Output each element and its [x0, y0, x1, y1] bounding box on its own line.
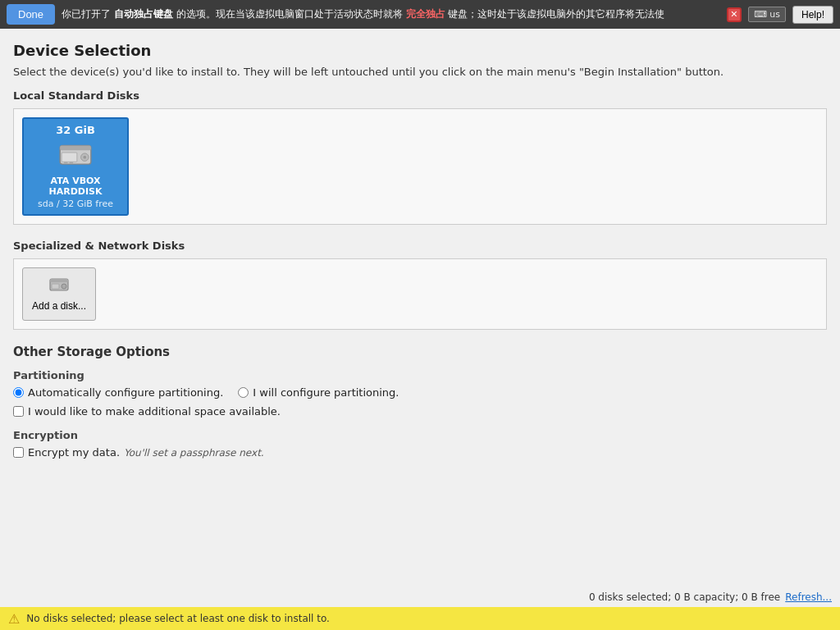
encrypt-label: Encrypt my data.	[28, 446, 120, 459]
additional-space-label: I would like to make additional space av…	[28, 405, 281, 418]
disk-name: ATA VBOX HARDDISK	[29, 176, 122, 197]
add-disk-icon	[49, 276, 69, 297]
local-disk-grid: 32 GiB ATA VBOX HARDDISK sda / 32 GiB fr…	[13, 108, 827, 225]
warning-bar: ⚠ No disks selected; please select at le…	[0, 607, 840, 630]
disk-tile-sda[interactable]: 32 GiB ATA VBOX HARDDISK sda / 32 GiB fr…	[22, 117, 129, 216]
page-title: Device Selection	[13, 42, 827, 59]
done-button[interactable]: Done	[7, 4, 55, 25]
manual-partition-radio[interactable]	[238, 387, 249, 398]
disk-info: sda / 32 GiB free	[38, 199, 113, 209]
keyboard-layout-indicator: ⌨ us	[748, 7, 786, 22]
add-disk-button[interactable]: Add a disk...	[22, 267, 96, 321]
auto-partition-label: Automatically configure partitioning.	[28, 386, 223, 399]
manual-partition-option[interactable]: I will configure partitioning.	[238, 386, 399, 399]
encrypt-checkbox[interactable]	[13, 447, 24, 458]
refresh-link[interactable]: Refresh...	[785, 591, 832, 603]
encryption-label: Encryption	[13, 429, 827, 441]
additional-space-option[interactable]: I would like to make additional space av…	[13, 405, 827, 418]
manual-partition-label: I will configure partitioning.	[253, 386, 399, 399]
specialized-disk-grid: Add a disk...	[13, 258, 827, 330]
main-content: Device Selection Select the device(s) yo…	[0, 29, 840, 581]
status-summary: 0 disks selected; 0 B capacity; 0 B free	[589, 591, 780, 603]
help-button[interactable]: Help!	[792, 6, 833, 24]
svg-rect-8	[50, 279, 68, 282]
other-storage-title: Other Storage Options	[13, 345, 827, 359]
page-subtitle: Select the device(s) you'd like to insta…	[13, 66, 827, 78]
encrypt-hint: You'll set a passphrase next.	[124, 447, 264, 459]
add-disk-label: Add a disk...	[32, 300, 86, 312]
encrypt-option[interactable]: Encrypt my data. You'll set a passphrase…	[13, 446, 827, 459]
svg-rect-6	[69, 162, 73, 163]
partitioning-radio-row: Automatically configure partitioning. I …	[13, 386, 827, 399]
harddisk-icon	[56, 139, 95, 171]
svg-point-4	[83, 156, 86, 159]
top-bar: Done 你已打开了 自动独占键盘 的选项。现在当该虚拟电脑窗口处于活动状态时就…	[0, 0, 840, 29]
warning-message: No disks selected; please select at leas…	[26, 613, 330, 624]
auto-partition-radio[interactable]	[13, 387, 24, 398]
svg-rect-9	[52, 284, 59, 289]
svg-rect-1	[60, 146, 91, 151]
close-button[interactable]: ✕	[727, 7, 742, 22]
disk-size: 32 GiB	[56, 124, 95, 136]
svg-rect-2	[62, 153, 77, 162]
additional-space-checkbox[interactable]	[13, 406, 24, 417]
status-bar: 0 disks selected; 0 B capacity; 0 B free…	[0, 587, 840, 607]
svg-point-10	[62, 284, 66, 289]
warning-icon: ⚠	[8, 611, 20, 627]
specialized-disks-label: Specialized & Network Disks	[13, 240, 827, 252]
keyboard-icon: ⌨	[754, 9, 767, 20]
partitioning-label: Partitioning	[13, 369, 827, 381]
auto-partition-option[interactable]: Automatically configure partitioning.	[13, 386, 223, 399]
notification-text: 你已打开了 自动独占键盘 的选项。现在当该虚拟电脑窗口处于活动状态时就将 完全独…	[62, 8, 720, 21]
local-disks-label: Local Standard Disks	[13, 89, 827, 102]
svg-rect-5	[64, 162, 68, 163]
